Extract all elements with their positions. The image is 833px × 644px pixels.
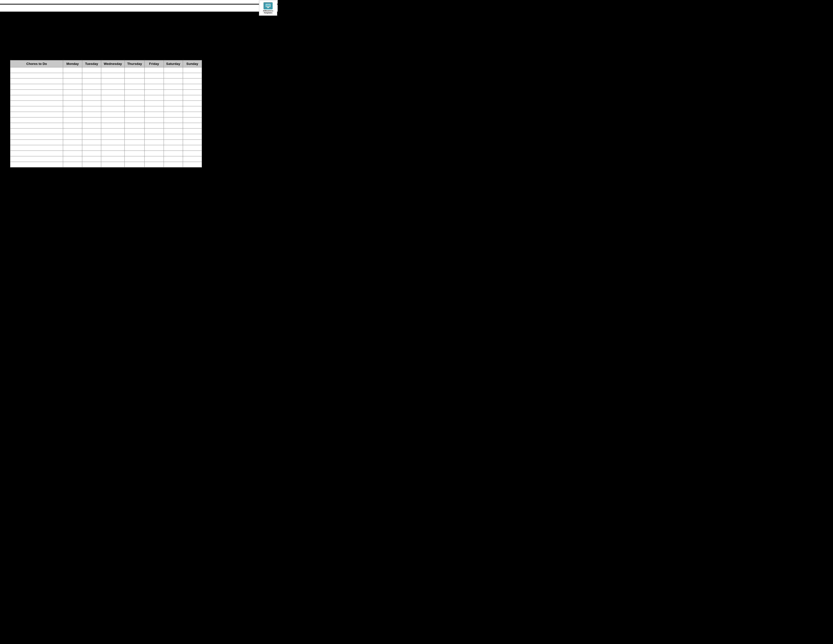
chore-cell[interactable] (10, 112, 63, 118)
day-cell[interactable] (63, 123, 82, 129)
day-cell[interactable] (63, 162, 82, 167)
day-cell[interactable] (101, 118, 125, 123)
day-cell[interactable] (164, 84, 183, 90)
day-cell[interactable] (145, 162, 164, 167)
chore-cell[interactable] (10, 140, 63, 145)
chore-cell[interactable] (10, 151, 63, 156)
day-cell[interactable] (82, 101, 101, 106)
day-cell[interactable] (101, 84, 125, 90)
chore-cell[interactable] (10, 73, 63, 79)
day-cell[interactable] (164, 79, 183, 84)
day-cell[interactable] (101, 129, 125, 134)
day-cell[interactable] (63, 156, 82, 162)
chore-cell[interactable] (10, 134, 63, 140)
table-row[interactable] (10, 118, 202, 123)
day-cell[interactable] (145, 156, 164, 162)
day-cell[interactable] (164, 90, 183, 95)
day-cell[interactable] (82, 90, 101, 95)
day-cell[interactable] (63, 106, 82, 112)
day-cell[interactable] (183, 151, 202, 156)
table-row[interactable] (10, 112, 202, 118)
table-row[interactable] (10, 73, 202, 79)
table-row[interactable] (10, 129, 202, 134)
day-cell[interactable] (82, 140, 101, 145)
day-cell[interactable] (101, 140, 125, 145)
day-cell[interactable] (183, 156, 202, 162)
day-cell[interactable] (63, 145, 82, 151)
day-cell[interactable] (145, 112, 164, 118)
day-cell[interactable] (145, 151, 164, 156)
day-cell[interactable] (82, 156, 101, 162)
chore-cell[interactable] (10, 162, 63, 167)
day-cell[interactable] (63, 129, 82, 134)
day-cell[interactable] (82, 79, 101, 84)
day-cell[interactable] (125, 134, 145, 140)
day-cell[interactable] (164, 156, 183, 162)
table-row[interactable] (10, 151, 202, 156)
chore-cell[interactable] (10, 129, 63, 134)
day-cell[interactable] (125, 156, 145, 162)
day-cell[interactable] (63, 134, 82, 140)
day-cell[interactable] (82, 151, 101, 156)
day-cell[interactable] (125, 129, 145, 134)
day-cell[interactable] (145, 118, 164, 123)
day-cell[interactable] (63, 79, 82, 84)
table-row[interactable] (10, 68, 202, 73)
day-cell[interactable] (164, 112, 183, 118)
table-row[interactable] (10, 156, 202, 162)
day-cell[interactable] (164, 106, 183, 112)
day-cell[interactable] (125, 118, 145, 123)
table-row[interactable] (10, 90, 202, 95)
day-cell[interactable] (145, 84, 164, 90)
chore-cell[interactable] (10, 79, 63, 84)
day-cell[interactable] (101, 101, 125, 106)
day-cell[interactable] (145, 140, 164, 145)
day-cell[interactable] (145, 145, 164, 151)
day-cell[interactable] (101, 151, 125, 156)
day-cell[interactable] (82, 73, 101, 79)
day-cell[interactable] (183, 112, 202, 118)
day-cell[interactable] (101, 95, 125, 101)
day-cell[interactable] (63, 73, 82, 79)
day-cell[interactable] (63, 140, 82, 145)
day-cell[interactable] (63, 68, 82, 73)
day-cell[interactable] (164, 118, 183, 123)
day-cell[interactable] (183, 129, 202, 134)
day-cell[interactable] (101, 134, 125, 140)
day-cell[interactable] (125, 90, 145, 95)
day-cell[interactable] (82, 118, 101, 123)
table-row[interactable] (10, 134, 202, 140)
day-cell[interactable] (183, 73, 202, 79)
day-cell[interactable] (145, 134, 164, 140)
day-cell[interactable] (164, 134, 183, 140)
day-cell[interactable] (82, 68, 101, 73)
day-cell[interactable] (125, 68, 145, 73)
chore-cell[interactable] (10, 123, 63, 129)
day-cell[interactable] (164, 140, 183, 145)
day-cell[interactable] (183, 140, 202, 145)
day-cell[interactable] (63, 151, 82, 156)
day-cell[interactable] (183, 123, 202, 129)
day-cell[interactable] (82, 129, 101, 134)
table-row[interactable] (10, 140, 202, 145)
day-cell[interactable] (183, 84, 202, 90)
day-cell[interactable] (164, 123, 183, 129)
chore-cell[interactable] (10, 156, 63, 162)
table-row[interactable] (10, 101, 202, 106)
day-cell[interactable] (164, 73, 183, 79)
day-cell[interactable] (63, 84, 82, 90)
day-cell[interactable] (63, 118, 82, 123)
day-cell[interactable] (125, 162, 145, 167)
day-cell[interactable] (101, 79, 125, 84)
day-cell[interactable] (164, 151, 183, 156)
day-cell[interactable] (183, 95, 202, 101)
day-cell[interactable] (145, 123, 164, 129)
day-cell[interactable] (82, 123, 101, 129)
day-cell[interactable] (164, 101, 183, 106)
day-cell[interactable] (164, 162, 183, 167)
day-cell[interactable] (145, 101, 164, 106)
day-cell[interactable] (101, 90, 125, 95)
day-cell[interactable] (183, 134, 202, 140)
chore-cell[interactable] (10, 84, 63, 90)
day-cell[interactable] (145, 73, 164, 79)
